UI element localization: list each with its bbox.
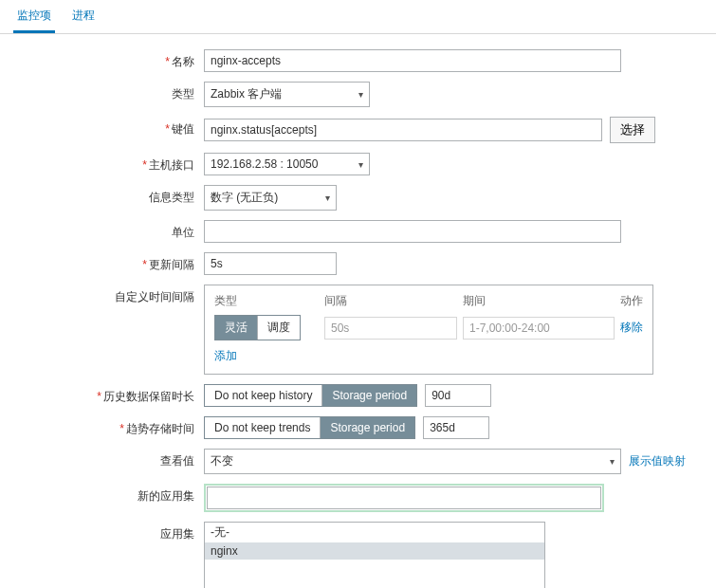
tab-process[interactable]: 进程 <box>68 0 99 33</box>
new-appset-highlight <box>204 484 604 512</box>
info-type-select[interactable]: 数字 (无正负)▾ <box>204 185 337 211</box>
label-appset: 应用集 <box>19 522 204 542</box>
label-key: *键值 <box>19 117 204 138</box>
trend-segmented[interactable]: Do not keep trends Storage period <box>204 416 415 439</box>
host-iface-select[interactable]: 192.168.2.58 : 10050▾ <box>204 153 370 175</box>
new-appset-input[interactable] <box>207 487 601 509</box>
interval-header-action: 动作 <box>620 293 658 309</box>
chevron-down-icon: ▾ <box>358 159 363 170</box>
label-view-value: 查看值 <box>19 449 204 469</box>
label-history-keep: *历史数据保留时长 <box>19 384 204 405</box>
interval-period-input[interactable]: 1-7,00:00-24:00 <box>463 317 615 340</box>
interval-seg-flex[interactable]: 灵活 <box>215 316 257 340</box>
chevron-down-icon: ▾ <box>610 456 615 467</box>
label-host-iface: *主机接口 <box>19 153 204 174</box>
name-input[interactable] <box>204 49 621 72</box>
custom-interval-box: 类型 间隔 期间 动作 灵活 调度 50s 1-7,00:00-24:00 移除… <box>204 285 653 375</box>
interval-type-segmented[interactable]: 灵活 调度 <box>214 315 301 340</box>
appset-option-nginx[interactable]: nginx <box>205 542 544 560</box>
label-type: 类型 <box>19 82 204 102</box>
interval-header-period: 期间 <box>463 293 615 309</box>
tabs: 监控项 进程 <box>0 0 716 34</box>
history-nokeep[interactable]: Do not keep history <box>205 385 321 406</box>
chevron-down-icon: ▾ <box>325 193 330 203</box>
select-key-button[interactable]: 选择 <box>610 117 655 143</box>
show-value-map-link[interactable]: 展示值映射 <box>629 453 686 469</box>
update-interval-input[interactable] <box>204 252 337 275</box>
label-name: *名称 <box>19 49 204 70</box>
appset-option-none[interactable]: -无- <box>205 523 544 542</box>
trend-nokeep[interactable]: Do not keep trends <box>205 417 320 438</box>
interval-remove-link[interactable]: 移除 <box>620 320 658 336</box>
history-segmented[interactable]: Do not keep history Storage period <box>204 384 417 407</box>
interval-seg-sched[interactable]: 调度 <box>257 316 300 340</box>
label-new-appset: 新的应用集 <box>19 484 204 505</box>
interval-header-gap: 间隔 <box>324 293 457 309</box>
key-input[interactable] <box>204 119 602 141</box>
label-custom-interval: 自定义时间间隔 <box>19 285 204 305</box>
interval-add-link[interactable]: 添加 <box>214 349 237 362</box>
label-info-type: 信息类型 <box>19 185 204 206</box>
view-value-select[interactable]: 不变▾ <box>204 449 621 474</box>
form: *名称 类型 Zabbix 客户端▾ *键值 选择 *主机接口 192.168.… <box>0 34 716 588</box>
trend-value-input[interactable] <box>423 416 489 439</box>
label-unit: 单位 <box>19 220 204 241</box>
type-select[interactable]: Zabbix 客户端▾ <box>204 82 370 107</box>
interval-header-type: 类型 <box>214 293 319 309</box>
unit-input[interactable] <box>204 220 621 243</box>
tab-monitor[interactable]: 监控项 <box>13 0 55 33</box>
label-update-interval: *更新间隔 <box>19 252 204 273</box>
history-value-input[interactable] <box>425 384 491 407</box>
trend-storage[interactable]: Storage period <box>320 417 414 438</box>
chevron-down-icon: ▾ <box>358 89 363 100</box>
appset-listbox[interactable]: -无- nginx <box>204 522 545 588</box>
interval-gap-input[interactable]: 50s <box>324 317 457 340</box>
label-trend-keep: *趋势存储时间 <box>19 416 204 437</box>
history-storage[interactable]: Storage period <box>321 385 416 406</box>
